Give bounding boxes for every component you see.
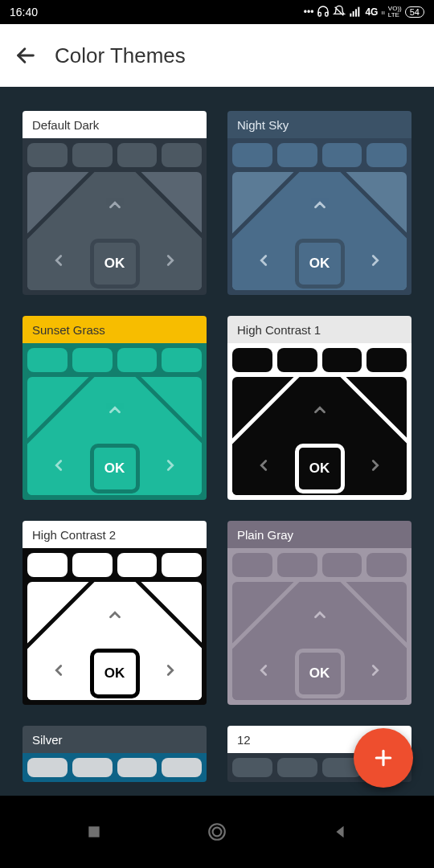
lte-label: VO)) LTE xyxy=(388,6,402,18)
back-button[interactable] xyxy=(14,44,37,67)
theme-card-high-contrast-2[interactable]: High Contrast 2 OK xyxy=(23,521,207,705)
ok-button: OK xyxy=(90,444,140,493)
ok-button: OK xyxy=(295,444,345,493)
page-title: Color Themes xyxy=(55,43,186,68)
status-icons: ••• 4G ıı VO)) LTE 54 xyxy=(304,5,424,20)
svg-rect-7 xyxy=(88,826,99,837)
ok-button: OK xyxy=(295,239,345,289)
chevron-right-icon xyxy=(366,252,384,272)
chevron-right-icon xyxy=(162,457,179,477)
chevron-right-icon xyxy=(366,457,384,477)
chevron-up-icon xyxy=(311,606,329,627)
network-label: 4G xyxy=(365,6,378,18)
theme-title: Sunset Grass xyxy=(23,316,207,343)
svg-rect-0 xyxy=(350,13,352,16)
theme-title: Default Dark xyxy=(23,111,207,138)
add-theme-fab[interactable] xyxy=(354,728,413,788)
system-nav-bar xyxy=(0,796,434,868)
theme-preview: OK xyxy=(23,138,207,295)
theme-title: High Contrast 2 xyxy=(23,521,207,548)
dnd-icon xyxy=(333,5,346,20)
ok-button: OK xyxy=(90,649,140,698)
square-icon xyxy=(86,824,102,840)
theme-card-default-dark[interactable]: Default Dark OK xyxy=(23,111,207,295)
ok-button: OK xyxy=(90,239,140,289)
ok-button: OK xyxy=(295,649,345,698)
recent-apps-button[interactable] xyxy=(78,816,110,848)
chevron-right-icon xyxy=(162,661,179,682)
chevron-up-icon xyxy=(106,196,124,217)
signal-small-icon: ıı xyxy=(381,9,384,16)
chevron-right-icon xyxy=(162,252,179,272)
theme-preview: OK xyxy=(23,548,207,705)
status-bar: 16:40 ••• 4G ıı VO)) LTE 54 xyxy=(0,0,434,24)
chevron-up-icon xyxy=(311,196,329,217)
theme-preview: OK xyxy=(23,343,207,500)
more-icon: ••• xyxy=(304,6,314,18)
home-button[interactable] xyxy=(201,816,233,848)
circle-icon xyxy=(207,821,227,842)
back-nav-button[interactable] xyxy=(324,816,356,848)
svg-marker-10 xyxy=(337,826,344,838)
chevron-left-icon xyxy=(50,661,68,682)
theme-card-night-sky[interactable]: Night Sky OK xyxy=(227,111,411,295)
theme-title: Night Sky xyxy=(227,111,411,138)
svg-rect-3 xyxy=(358,6,360,16)
theme-title: High Contrast 1 xyxy=(227,316,411,343)
svg-point-9 xyxy=(213,828,222,837)
theme-card-plain-gray[interactable]: Plain Gray OK xyxy=(227,521,411,705)
svg-rect-2 xyxy=(355,9,357,16)
plus-icon xyxy=(371,746,395,770)
signal-icon xyxy=(349,5,362,20)
chevron-left-icon xyxy=(255,661,272,682)
battery-icon: 54 xyxy=(405,6,424,18)
headphones-icon xyxy=(317,5,330,20)
chevron-left-icon xyxy=(255,252,272,272)
status-time: 16:40 xyxy=(10,6,38,18)
chevron-right-icon xyxy=(366,661,384,682)
theme-card-high-contrast-1[interactable]: High Contrast 1 OK xyxy=(227,316,411,500)
chevron-up-icon xyxy=(106,606,124,627)
theme-grid: Default Dark OK Night Sky OK xyxy=(23,111,411,782)
theme-title: Silver xyxy=(23,726,207,753)
theme-preview: OK xyxy=(227,548,411,705)
theme-grid-container: Default Dark OK Night Sky OK xyxy=(0,87,434,796)
chevron-up-icon xyxy=(311,401,329,422)
theme-card-silver[interactable]: Silver xyxy=(23,726,207,782)
theme-title: Plain Gray xyxy=(227,521,411,548)
theme-preview xyxy=(23,753,207,782)
svg-point-8 xyxy=(209,824,225,840)
svg-rect-1 xyxy=(353,11,354,17)
theme-preview: OK xyxy=(227,343,411,500)
theme-card-sunset-grass[interactable]: Sunset Grass OK xyxy=(23,316,207,500)
chevron-left-icon xyxy=(50,252,68,272)
app-bar: Color Themes xyxy=(0,24,434,87)
triangle-left-icon xyxy=(331,823,349,841)
chevron-left-icon xyxy=(255,457,272,477)
chevron-left-icon xyxy=(50,457,68,477)
chevron-up-icon xyxy=(106,401,124,422)
theme-preview: OK xyxy=(227,138,411,295)
